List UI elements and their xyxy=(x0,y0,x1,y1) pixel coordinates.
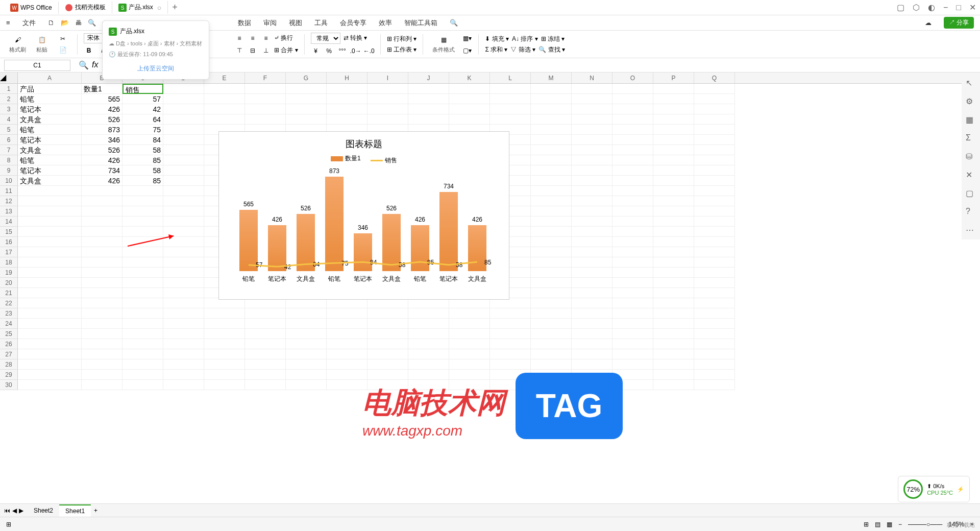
cell[interactable] xyxy=(449,319,490,329)
cell[interactable] xyxy=(612,196,653,206)
cell[interactable] xyxy=(531,84,572,94)
cell[interactable] xyxy=(612,278,653,288)
cell[interactable] xyxy=(245,104,286,114)
cell[interactable] xyxy=(612,349,653,359)
cell[interactable] xyxy=(653,206,694,216)
cell[interactable]: 57 xyxy=(122,94,163,104)
cell[interactable] xyxy=(531,339,572,349)
cell[interactable] xyxy=(531,104,572,114)
cell[interactable] xyxy=(163,94,204,104)
cell[interactable] xyxy=(694,380,735,390)
cell[interactable] xyxy=(572,125,612,135)
cell[interactable]: 526 xyxy=(82,114,122,125)
cell[interactable] xyxy=(653,298,694,308)
cell[interactable] xyxy=(286,84,327,94)
cell[interactable] xyxy=(490,359,531,370)
cell[interactable] xyxy=(694,359,735,370)
menu-view[interactable]: 视图 xyxy=(289,18,302,28)
cell[interactable] xyxy=(612,165,653,176)
cell[interactable] xyxy=(122,278,163,288)
row-header[interactable]: 1 xyxy=(0,84,18,94)
cell[interactable] xyxy=(572,84,612,94)
cell[interactable] xyxy=(163,145,204,155)
cell[interactable] xyxy=(122,319,163,329)
cell[interactable] xyxy=(572,94,612,104)
cell[interactable] xyxy=(163,125,204,135)
row-header[interactable]: 29 xyxy=(0,370,18,380)
cell[interactable] xyxy=(653,257,694,268)
preview-icon[interactable]: 🔍 xyxy=(88,19,96,27)
cell[interactable] xyxy=(286,359,327,370)
row-header[interactable]: 8 xyxy=(0,155,18,165)
cell[interactable] xyxy=(449,298,490,308)
menu-member[interactable]: 会员专享 xyxy=(340,18,366,28)
cell[interactable] xyxy=(204,359,245,370)
cell[interactable] xyxy=(245,84,286,94)
cell[interactable] xyxy=(163,319,204,329)
row-header[interactable]: 5 xyxy=(0,125,18,135)
cell[interactable] xyxy=(408,339,449,349)
zoom-slider[interactable]: ———○—— xyxy=(908,521,942,528)
embedded-chart[interactable]: 图表标题 数量1 销售 56557铅笔42642笔记本52664文具盒87375… xyxy=(218,131,509,300)
sheet-tab-sheet2[interactable]: Sheet2 xyxy=(28,505,59,516)
cell[interactable] xyxy=(694,288,735,298)
upload-link[interactable]: 上传至云空间 xyxy=(109,64,203,73)
cell[interactable] xyxy=(490,94,531,104)
paste-group[interactable]: 📋粘贴 xyxy=(33,35,51,54)
cell[interactable] xyxy=(122,329,163,339)
col-header-F[interactable]: F xyxy=(245,73,286,83)
cell[interactable] xyxy=(572,145,612,155)
cell[interactable] xyxy=(163,176,204,186)
cell[interactable] xyxy=(18,319,82,329)
settings-icon[interactable]: ⚙ xyxy=(966,96,976,107)
cell[interactable] xyxy=(327,349,368,359)
cell[interactable] xyxy=(694,237,735,247)
cell[interactable] xyxy=(204,298,245,308)
cell[interactable] xyxy=(163,308,204,319)
cell[interactable] xyxy=(408,359,449,370)
cell[interactable] xyxy=(286,370,327,380)
cell[interactable] xyxy=(82,308,122,319)
cell[interactable] xyxy=(531,278,572,288)
cell[interactable] xyxy=(490,339,531,349)
cell[interactable] xyxy=(694,206,735,216)
cell[interactable] xyxy=(245,349,286,359)
cell[interactable] xyxy=(408,104,449,114)
cell[interactable] xyxy=(245,370,286,380)
col-header-M[interactable]: M xyxy=(531,73,572,83)
cell[interactable] xyxy=(368,349,408,359)
function-icon[interactable]: Σ xyxy=(966,133,976,143)
file-tab[interactable]: S 产品.xlsx ○ xyxy=(112,1,168,14)
cell[interactable] xyxy=(18,196,82,206)
cell[interactable] xyxy=(653,288,694,298)
cell[interactable] xyxy=(449,94,490,104)
convert-button[interactable]: ⇄ 转换 ▾ xyxy=(344,34,368,42)
cube-icon[interactable]: ⬡ xyxy=(913,3,920,12)
cell[interactable] xyxy=(694,125,735,135)
cell[interactable] xyxy=(122,298,163,308)
cell[interactable] xyxy=(653,125,694,135)
cell[interactable]: 文具盒 xyxy=(18,145,82,155)
cell[interactable] xyxy=(82,329,122,339)
perf-accel-icon[interactable]: ⚡ xyxy=(957,486,964,493)
cell[interactable] xyxy=(531,165,572,176)
menu-efficiency[interactable]: 效率 xyxy=(379,18,392,28)
cell[interactable] xyxy=(286,319,327,329)
cell[interactable] xyxy=(18,339,82,349)
cell[interactable] xyxy=(694,227,735,237)
format-painter-group[interactable]: 🖌格式刷 xyxy=(6,35,29,54)
row-header[interactable]: 26 xyxy=(0,339,18,349)
cell[interactable] xyxy=(612,84,653,94)
row-header[interactable]: 7 xyxy=(0,145,18,155)
cell[interactable] xyxy=(572,329,612,339)
add-sheet-button[interactable]: + xyxy=(94,507,97,514)
cell[interactable] xyxy=(204,94,245,104)
cell[interactable] xyxy=(408,298,449,308)
cell[interactable] xyxy=(572,288,612,298)
cell[interactable] xyxy=(572,257,612,268)
first-sheet-icon[interactable]: ⏮ xyxy=(4,507,10,514)
cell[interactable] xyxy=(572,216,612,227)
cell[interactable] xyxy=(449,339,490,349)
cell[interactable] xyxy=(653,216,694,227)
freeze-button[interactable]: ⊞ 冻结 ▾ xyxy=(541,35,565,43)
